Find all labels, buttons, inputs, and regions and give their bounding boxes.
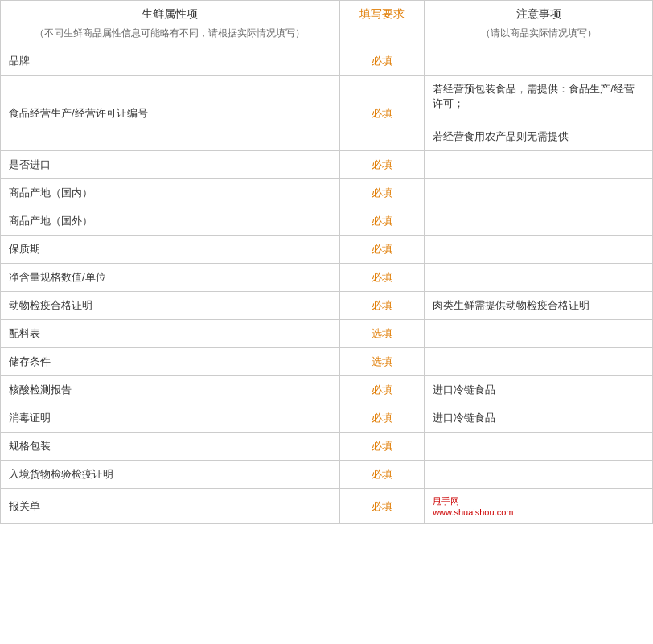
table-row: 动物检疫合格证明必填肉类生鲜需提供动物检疫合格证明 (1, 292, 653, 320)
attribute-cell: 核酸检测报告 (1, 376, 340, 404)
note-cell: 进口冷链食品 (425, 404, 653, 433)
note-cell (425, 320, 653, 348)
note-cell (425, 151, 653, 179)
attribute-cell: 商品产地（国内） (1, 179, 340, 207)
table-row: 商品产地（国内）必填 (1, 179, 653, 207)
attribute-cell: 是否进口 (1, 151, 340, 179)
note-cell (425, 236, 653, 264)
requirement-cell: 选填 (339, 320, 424, 348)
note-cell (425, 433, 653, 461)
table-row: 保质期必填 (1, 236, 653, 264)
table-row: 净含量规格数值/单位必填 (1, 264, 653, 292)
table-row: 是否进口必填 (1, 151, 653, 179)
header-note-col: 注意事项 （请以商品实际情况填写） (425, 1, 653, 47)
header-requirement-col: 填写要求 (339, 1, 424, 47)
note-cell (425, 461, 653, 489)
attribute-cell: 储存条件 (1, 348, 340, 376)
note-cell (425, 179, 653, 207)
attribute-cell: 净含量规格数值/单位 (1, 264, 340, 292)
table-row: 品牌必填 (1, 47, 653, 76)
requirement-cell: 必填 (339, 151, 424, 179)
requirement-cell: 必填 (339, 292, 424, 320)
table-row: 入境货物检验检疫证明必填 (1, 461, 653, 489)
attribute-cell: 规格包装 (1, 433, 340, 461)
attribute-cell: 动物检疫合格证明 (1, 292, 340, 320)
note-cell: 进口冷链食品 (425, 376, 653, 404)
requirement-cell: 必填 (339, 47, 424, 76)
note-cell: 甩手网www.shuaishou.com (425, 489, 653, 524)
table-row: 报关单必填甩手网www.shuaishou.com (1, 489, 653, 524)
requirement-cell: 必填 (339, 236, 424, 264)
note-cell (425, 264, 653, 292)
table-row: 配料表选填 (1, 320, 653, 348)
table-row: 商品产地（国外）必填 (1, 207, 653, 236)
requirement-cell: 选填 (339, 348, 424, 376)
requirement-cell: 必填 (339, 179, 424, 207)
table-row: 消毒证明必填进口冷链食品 (1, 404, 653, 433)
header-attribute-col: 生鲜属性项 （不同生鲜商品属性信息可能略有不同，请根据实际情况填写） (1, 1, 340, 47)
table-row: 规格包装必填 (1, 433, 653, 461)
requirement-cell: 必填 (339, 376, 424, 404)
attribute-cell: 品牌 (1, 47, 340, 76)
attribute-cell: 入境货物检验检疫证明 (1, 461, 340, 489)
table-row: 储存条件选填 (1, 348, 653, 376)
table-row: 食品经营生产/经营许可证编号必填若经营预包装食品，需提供：食品生产/经营许可； … (1, 76, 653, 151)
note-cell: 若经营预包装食品，需提供：食品生产/经营许可； 若经营食用农产品则无需提供 (425, 76, 653, 151)
attribute-cell: 食品经营生产/经营许可证编号 (1, 76, 340, 151)
attribute-cell: 配料表 (1, 320, 340, 348)
attribute-cell: 商品产地（国外） (1, 207, 340, 236)
note-cell: 肉类生鲜需提供动物检疫合格证明 (425, 292, 653, 320)
requirement-cell: 必填 (339, 404, 424, 433)
requirement-cell: 必填 (339, 489, 424, 524)
note-cell (425, 348, 653, 376)
requirement-cell: 必填 (339, 433, 424, 461)
table-row: 核酸检测报告必填进口冷链食品 (1, 376, 653, 404)
attribute-cell: 消毒证明 (1, 404, 340, 433)
requirement-cell: 必填 (339, 461, 424, 489)
requirement-cell: 必填 (339, 207, 424, 236)
requirement-cell: 必填 (339, 264, 424, 292)
attribute-cell: 报关单 (1, 489, 340, 524)
requirement-cell: 必填 (339, 76, 424, 151)
note-cell (425, 207, 653, 236)
attribute-cell: 保质期 (1, 236, 340, 264)
note-cell (425, 47, 653, 76)
